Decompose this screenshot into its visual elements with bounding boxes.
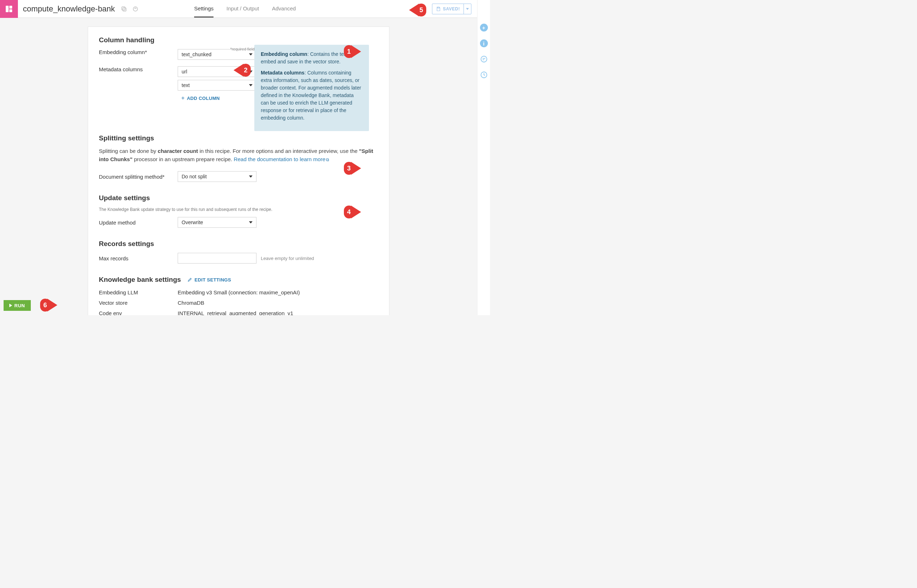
svg-rect-1 <box>9 6 12 9</box>
info-metadata-strong: Metadata columns <box>261 70 304 76</box>
splitting-description: Splitting can be done by character count… <box>99 147 378 163</box>
kb-code-env-value: INTERNAL_retrieval_augmented_generation_… <box>178 310 293 315</box>
svg-rect-2 <box>9 9 12 12</box>
right-rail: + i <box>477 0 490 315</box>
chevron-down-icon <box>249 84 252 86</box>
splitting-desc-bold1: character count <box>158 148 198 154</box>
svg-point-7 <box>481 56 487 62</box>
max-records-label: Max records <box>99 255 178 262</box>
recipe-type-icon <box>0 0 18 18</box>
section-title-splitting: Splitting settings <box>99 134 378 142</box>
embedding-column-label: Embedding column* <box>99 49 178 55</box>
edit-settings-label: EDIT SETTINGS <box>194 277 231 283</box>
svg-point-5 <box>133 7 137 11</box>
plus-icon: + <box>181 95 185 101</box>
save-label: SAVED! <box>443 6 460 11</box>
splitting-method-select[interactable]: Do not split <box>178 171 257 182</box>
chevron-down-icon <box>249 176 252 178</box>
annotation-3: 3 <box>344 162 361 175</box>
annotation-1: 1 <box>344 45 361 58</box>
refresh-icon[interactable] <box>132 6 139 12</box>
splitting-method-label: Document splitting method* <box>99 174 178 180</box>
svg-rect-4 <box>122 7 125 10</box>
required-fields-note: *required fields <box>230 47 257 51</box>
splitting-method-value: Do not split <box>182 174 207 179</box>
tab-input-output[interactable]: Input / Output <box>226 0 259 18</box>
save-dropdown-caret[interactable] <box>464 4 471 14</box>
external-link-icon: ⧉ <box>326 157 329 163</box>
edit-settings-button[interactable]: EDIT SETTINGS <box>188 277 231 283</box>
info-embedding-strong: Embedding column <box>261 51 307 57</box>
section-title-records: Records settings <box>99 240 378 248</box>
update-method-select[interactable]: Overwrite <box>178 217 257 228</box>
annotation-2: 2 <box>234 64 251 77</box>
max-records-hint: Leave empty for unlimited <box>261 256 314 261</box>
main-stage: Column handling *required fields Embeddi… <box>0 18 477 315</box>
kb-embedding-llm-label: Embedding LLM <box>99 289 178 296</box>
tab-settings[interactable]: Settings <box>194 0 213 18</box>
metadata-column-select-1[interactable]: text <box>178 80 257 90</box>
chevron-down-icon <box>249 53 252 55</box>
splitting-desc-mid: in this recipe. For more options and an … <box>198 148 359 154</box>
splitting-doc-link[interactable]: Read the documentation to learn more⧉ <box>234 156 329 162</box>
run-button[interactable]: RUN <box>3 300 31 311</box>
update-method-value: Overwrite <box>182 220 203 225</box>
metadata-column-value-1: text <box>182 82 190 88</box>
kb-row: Embedding LLM Embedding v3 Small (connec… <box>99 289 378 296</box>
metadata-column-row: text <box>178 80 266 90</box>
kb-row: Code env INTERNAL_retrieval_augmented_ge… <box>99 310 378 315</box>
update-subtext: The Knowledge Bank update strategy to us… <box>99 207 378 212</box>
embedding-column-value: text_chunked <box>182 52 211 57</box>
metadata-column-row: url <box>178 66 266 77</box>
kb-embedding-llm-value: Embedding v3 Small (connection: maxime_o… <box>178 289 300 296</box>
section-title-update: Update settings <box>99 194 378 202</box>
rail-add-icon[interactable]: + <box>480 24 488 32</box>
metadata-columns-label: Metadata columns <box>99 66 178 72</box>
rail-info-icon[interactable]: i <box>480 39 488 47</box>
kb-vector-store-value: ChromaDB <box>178 300 204 306</box>
chevron-down-icon <box>249 221 252 223</box>
play-icon <box>9 304 12 307</box>
section-title-kb: Knowledge bank settings <box>99 276 181 284</box>
add-column-label: ADD COLUMN <box>187 95 220 101</box>
section-title-column-handling: Column handling <box>99 36 378 44</box>
pencil-icon <box>188 277 192 282</box>
metadata-column-value-0: url <box>182 69 188 74</box>
rail-chat-icon[interactable] <box>480 55 488 63</box>
splitting-desc-pre: Splitting can be done by <box>99 148 158 154</box>
svg-rect-0 <box>6 6 9 12</box>
update-method-label: Update method <box>99 220 178 226</box>
rail-history-icon[interactable] <box>480 71 488 79</box>
kb-code-env-label: Code env <box>99 310 178 315</box>
add-column-button[interactable]: + ADD COLUMN <box>178 95 266 101</box>
annotation-6: 6 <box>40 299 57 312</box>
kb-vector-store-label: Vector store <box>99 300 178 306</box>
info-metadata-text: : Columns containing extra information, … <box>261 70 361 121</box>
tab-advanced[interactable]: Advanced <box>272 0 296 18</box>
save-icon <box>436 6 441 11</box>
kb-row: Vector store ChromaDB <box>99 300 378 306</box>
recipe-name: compute_knowledge-bank <box>23 4 115 14</box>
annotation-2-number: 2 <box>241 64 251 77</box>
annotation-5: 5 <box>409 3 426 16</box>
annotation-5-number: 5 <box>416 3 426 16</box>
save-button[interactable]: SAVED! <box>432 3 471 15</box>
run-label: RUN <box>15 303 25 309</box>
svg-rect-6 <box>437 7 439 8</box>
annotation-4: 4 <box>344 205 361 218</box>
svg-rect-3 <box>123 8 126 11</box>
splitting-desc-post: processor in an upstream prepare recipe. <box>133 156 234 162</box>
splitting-doc-link-text: Read the documentation to learn more <box>234 156 325 162</box>
copy-icon[interactable] <box>121 6 127 12</box>
max-records-input[interactable] <box>178 253 257 263</box>
